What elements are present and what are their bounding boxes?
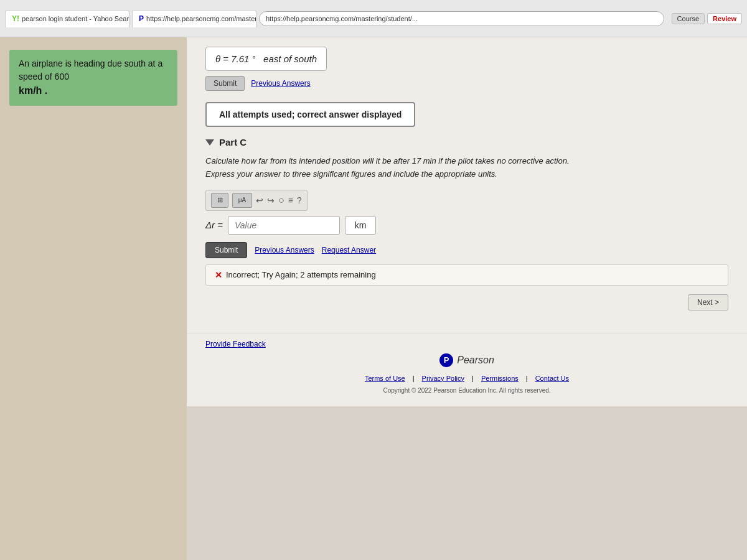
problem-line2: km/h . [19,83,168,98]
value-input[interactable] [228,216,340,235]
part-c-previous-answers-link[interactable]: Previous Answers [255,246,314,254]
request-answer-link[interactable]: Request Answer [322,246,376,254]
problem-text: An airplane is heading due south at a sp… [9,50,177,106]
permissions-link[interactable]: Permissions [481,375,519,382]
content-area: θ = 7.61 ° east of south Submit Previous… [187,37,747,333]
refresh-button[interactable]: ○ [278,195,284,206]
part-c-question: Calculate how far from its intended posi… [205,155,728,181]
part-b-answer-value: θ = 7.61 ° [215,54,256,64]
mA-button[interactable]: μA [232,193,252,208]
redo-button[interactable]: ↪ [267,195,275,205]
part-c-label: Part C [219,137,247,147]
right-panel[interactable]: θ = 7.61 ° east of south Submit Previous… [187,37,747,560]
pearson-logo-name: Pearson [457,355,494,366]
unit-box: km [345,216,376,235]
course-tab[interactable]: Course [672,13,705,24]
question-line1: Calculate how far from its intended posi… [205,156,570,166]
pearson-tab-icon: P [139,14,144,23]
pearson-logo-icon: P [439,353,453,367]
next-button[interactable]: Next > [688,294,728,310]
browser-chrome: Y! pearson login student - Yahoo Search … [0,0,747,37]
question-line2: Express your answer to three significant… [205,169,497,179]
part-b-previous-answers-link[interactable]: Previous Answers [251,79,310,88]
part-c-submit-button[interactable]: Submit [205,242,247,258]
correct-message-box: All attempts used; correct answer displa… [205,102,415,127]
correct-message-text: All attempts used; correct answer displa… [219,110,402,119]
left-panel: An airplane is heading due south at a sp… [0,37,187,560]
part-b-submit-button[interactable]: Submit [205,76,245,91]
help-button[interactable]: ? [297,195,302,205]
tab-1-label: pearson login student - Yahoo Search Res… [22,15,129,22]
part-c-header: Part C [205,137,728,147]
provide-feedback-link[interactable]: Provide Feedback [205,340,728,348]
top-right-tabs: Course Review [672,13,742,24]
error-icon: ✕ [215,270,222,280]
privacy-link[interactable]: Privacy Policy [422,375,464,382]
terms-link[interactable]: Terms of Use [365,375,405,382]
part-c-input-row: Δr = km [205,216,728,235]
math-toolbar: ⊞ μA ↩ ↪ ○ ≡ ? [205,190,308,211]
error-message: Incorrect; Try Again; 2 attempts remaini… [226,270,376,279]
footer-links: Terms of Use | Privacy Policy | Permissi… [205,375,728,382]
copyright-text: Copyright © 2022 Pearson Education Inc. … [205,387,728,394]
grid-icon: ⊞ [217,196,223,204]
lines-button[interactable]: ≡ [288,195,293,205]
contact-link[interactable]: Contact Us [535,375,569,382]
review-tab[interactable]: Review [707,13,742,24]
mA-icon: μA [238,197,246,203]
delta-r-label: Δr = [205,220,223,230]
tab-2-label: https://help.pearsoncmg.com/mastering/st… [146,15,256,22]
url-text: https://help.pearsoncmg.com/mastering/st… [266,15,418,22]
error-box: ✕ Incorrect; Try Again; 2 attempts remai… [205,264,728,286]
part-b-answer-box: θ = 7.61 ° east of south [205,47,327,71]
main-layout: An airplane is heading due south at a sp… [0,37,747,560]
tab-1[interactable]: Y! pearson login student - Yahoo Search … [5,10,129,27]
problem-line1: An airplane is heading due south at a sp… [19,58,162,82]
part-b-answer-direction: east of south [263,54,317,64]
part-b-answer-text: θ = 7.61 ° east of south [215,54,317,64]
undo-button[interactable]: ↩ [256,195,263,205]
address-bar[interactable]: https://help.pearsoncmg.com/mastering/st… [259,11,664,26]
part-c-submit-row: Submit Previous Answers Request Answer [205,242,728,258]
grid-button[interactable]: ⊞ [211,193,228,208]
part-b-submit-row: Submit Previous Answers [205,76,728,91]
pearson-logo: P Pearson [205,353,728,367]
collapse-icon[interactable] [205,139,214,146]
next-button-row: Next > [205,294,728,310]
footer-area: Provide Feedback P Pearson Terms of Use … [187,333,747,406]
tab-2[interactable]: P https://help.pearsoncmg.com/mastering/… [132,10,256,27]
yahoo-icon: Y! [12,14,19,23]
